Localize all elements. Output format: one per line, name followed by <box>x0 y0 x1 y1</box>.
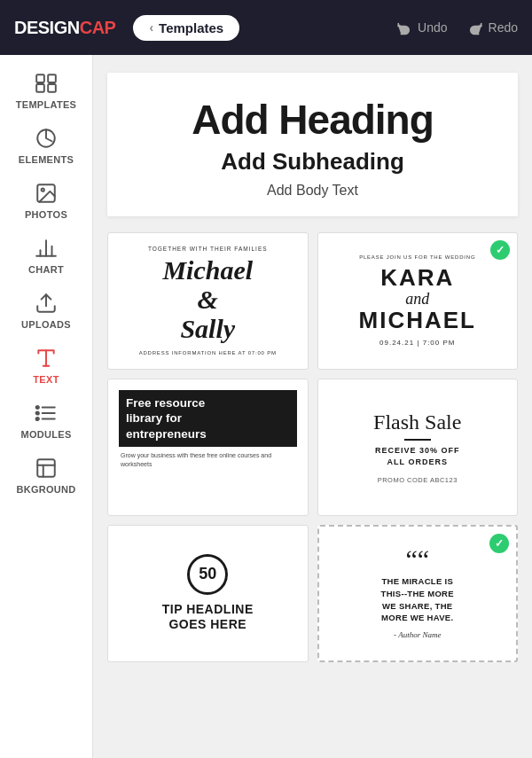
template-grid: TOGETHER WITH THEIR FAMILIES Michael&Sal… <box>107 232 518 662</box>
svg-rect-3 <box>48 84 56 92</box>
sidebar: TEMPLATES ELEMENTS PHOTOS CHART UPLOADS <box>0 55 93 758</box>
date-text: 09.24.21 | 7:00 PM <box>329 339 507 347</box>
breadcrumb[interactable]: ‹ Templates <box>133 15 239 41</box>
canvas-subheading[interactable]: Add Subheading <box>121 148 504 176</box>
resource-banner: Free resourcelibrary forentrepreneurs <box>119 390 297 448</box>
selected-badge <box>490 240 510 260</box>
sidebar-item-modules[interactable]: MODULES <box>0 392 92 447</box>
svg-point-17 <box>36 406 39 409</box>
undo-icon <box>396 20 412 35</box>
svg-point-19 <box>36 418 39 420</box>
logo: DESIGNCAP <box>14 18 115 38</box>
tip-title: TIP HEADLINEGOES HERE <box>121 602 295 633</box>
main-layout: TEMPLATES ELEMENTS PHOTOS CHART UPLOADS <box>0 55 532 758</box>
address-text: ADDRESS INFORMATION HERE AT 07:00 PM <box>129 350 286 356</box>
elements-icon <box>34 126 59 151</box>
modules-icon <box>34 401 59 426</box>
svg-rect-1 <box>48 74 56 82</box>
redo-icon <box>467 20 483 35</box>
chart-icon <box>34 236 59 261</box>
sidebar-label-modules: MODULES <box>20 429 71 440</box>
background-icon <box>34 456 59 481</box>
quote-text: THE MIRACLE ISTHIS--THE MOREWE SHARE, TH… <box>332 575 505 624</box>
quote-marks: ““ <box>332 547 505 571</box>
sidebar-label-background: BKGROUND <box>16 484 75 495</box>
svg-rect-2 <box>36 84 44 92</box>
flash-off: RECEIVE 30% OFFALL ORDERS <box>331 445 505 469</box>
navbar: DESIGNCAP ‹ Templates Undo Redo <box>0 0 532 55</box>
flash-title: Flash Sale <box>331 410 505 434</box>
logo-design: DESIGN <box>14 18 80 38</box>
redo-label: Redo <box>489 20 518 35</box>
svg-rect-20 <box>37 459 55 477</box>
bride-name: KARA <box>329 265 507 291</box>
resource-subtext: Grow your business with these free onlin… <box>119 451 297 469</box>
svg-point-18 <box>36 411 39 414</box>
sidebar-item-elements[interactable]: ELEMENTS <box>0 117 92 172</box>
sidebar-item-templates[interactable]: TEMPLATES <box>0 62 92 117</box>
canvas-heading[interactable]: Add Heading <box>121 98 504 143</box>
sidebar-item-text[interactable]: TEXT <box>0 337 92 392</box>
template-card-tip[interactable]: 50 TIP HEADLINEGOES HERE <box>107 525 309 662</box>
sidebar-label-templates: TEMPLATES <box>16 99 77 110</box>
content-area: Add Heading Add Subheading Add Body Text… <box>93 55 532 758</box>
sidebar-label-text: TEXT <box>33 374 59 385</box>
flash-promo: PROMO CODE ABC123 <box>331 476 505 484</box>
sidebar-item-background[interactable]: BKGROUND <box>0 447 92 502</box>
template-card-wedding-2[interactable]: PLEASE JOIN US FOR THE WEDDING KARA and … <box>317 232 519 370</box>
canvas-body[interactable]: Add Body Text <box>121 183 504 199</box>
photos-icon <box>34 181 59 206</box>
sidebar-label-chart: CHART <box>28 264 64 275</box>
selected-badge-2 <box>489 534 509 553</box>
breadcrumb-label: Templates <box>159 20 223 35</box>
sidebar-label-uploads: UPLOADS <box>21 319 71 330</box>
text-icon <box>34 346 59 371</box>
sidebar-item-photos[interactable]: PHOTOS <box>0 172 92 227</box>
logo-cap: CAP <box>80 18 116 38</box>
svg-point-6 <box>42 189 44 191</box>
redo-button[interactable]: Redo <box>467 20 518 35</box>
groom-name-2: MICHAEL <box>329 308 507 333</box>
uploads-icon <box>34 291 59 316</box>
templates-icon <box>34 71 59 96</box>
svg-rect-0 <box>36 74 44 82</box>
breadcrumb-chevron: ‹ <box>149 20 153 35</box>
groom-name: Michael&Sally <box>129 255 286 343</box>
flash-divider <box>404 439 431 441</box>
template-card-quote[interactable]: ““ THE MIRACLE ISTHIS--THE MOREWE SHARE,… <box>317 525 519 662</box>
sidebar-label-photos: PHOTOS <box>25 209 67 220</box>
canvas-preview[interactable]: Add Heading Add Subheading Add Body Text <box>107 73 518 216</box>
undo-label: Undo <box>418 20 447 35</box>
sidebar-item-chart[interactable]: CHART <box>0 227 92 282</box>
undo-button[interactable]: Undo <box>396 20 447 35</box>
tip-circle: 50 <box>187 554 228 595</box>
template-card-wedding-1[interactable]: TOGETHER WITH THEIR FAMILIES Michael&Sal… <box>107 232 309 370</box>
together-text: TOGETHER WITH THEIR FAMILIES <box>129 246 286 252</box>
template-card-resource[interactable]: Free resourcelibrary forentrepreneurs Gr… <box>107 379 309 516</box>
please-text: PLEASE JOIN US FOR THE WEDDING <box>329 254 507 260</box>
quote-author: - Author Name <box>332 630 505 639</box>
sidebar-item-uploads[interactable]: UPLOADS <box>0 282 92 337</box>
template-card-flash-sale[interactable]: Flash Sale RECEIVE 30% OFFALL ORDERS PRO… <box>317 379 519 516</box>
sidebar-label-elements: ELEMENTS <box>19 154 74 165</box>
and-italic: and <box>329 291 507 309</box>
